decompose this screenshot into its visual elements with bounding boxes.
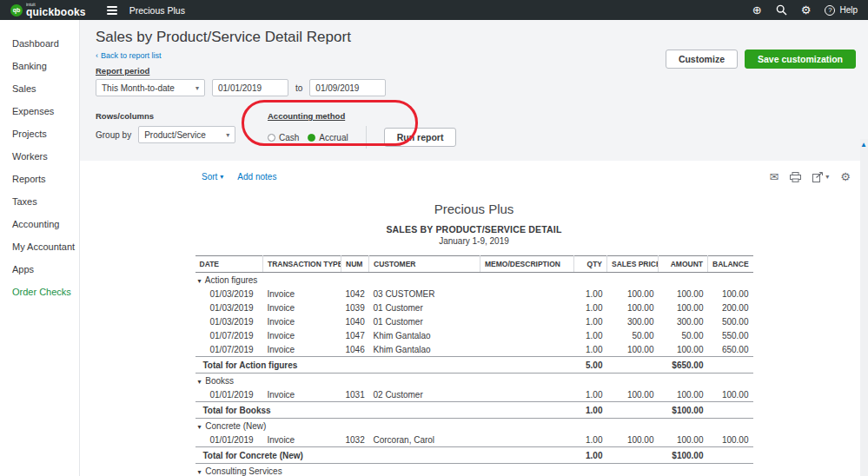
cell-qty[interactable]: 1.00: [574, 387, 607, 402]
cell-sales-price[interactable]: 300.00: [607, 314, 659, 328]
cell-customer[interactable]: 01 Customer: [369, 301, 480, 314]
menu-icon[interactable]: [107, 6, 117, 15]
cell-num[interactable]: 1040: [341, 314, 369, 328]
cell-transaction-type[interactable]: Invoice: [263, 342, 341, 357]
sidebar-item-my-accountant[interactable]: My Accountant: [0, 235, 79, 258]
group-row[interactable]: ▾ Bookss: [195, 374, 753, 388]
cell-num[interactable]: 1047: [341, 328, 369, 342]
cell-date[interactable]: 01/01/2019: [195, 433, 263, 447]
cell-num[interactable]: 1042: [341, 287, 369, 301]
group-row[interactable]: ▾ Concrete (New): [195, 419, 753, 433]
email-icon[interactable]: ✉: [769, 170, 779, 183]
cell-memo-description[interactable]: [480, 328, 574, 342]
cell-memo-description[interactable]: [480, 387, 574, 402]
cell-customer[interactable]: 01 Customer: [369, 314, 480, 328]
scroll-up-arrow[interactable]: ▲: [860, 141, 867, 149]
transaction-row[interactable]: 01/07/2019Invoice1047Khim Gantalao1.0050…: [195, 328, 753, 342]
cell-date[interactable]: 01/03/2019: [195, 301, 263, 314]
cell-sales-price[interactable]: 100.00: [607, 387, 659, 402]
cell-num[interactable]: 1046: [341, 342, 369, 357]
cell-num[interactable]: 1032: [341, 433, 369, 447]
cell-date[interactable]: 01/03/2019: [195, 314, 263, 328]
cell-customer[interactable]: Khim Gantalao: [369, 328, 480, 342]
cell-qty[interactable]: 1.00: [574, 314, 607, 328]
cell-date[interactable]: 01/01/2019: [195, 387, 263, 402]
transaction-row[interactable]: 01/03/2019Invoice103901 Customer1.00100.…: [195, 301, 753, 314]
cell-qty[interactable]: 1.00: [574, 328, 607, 342]
group-row[interactable]: ▾ Consulting Services: [195, 464, 753, 476]
cell-transaction-type[interactable]: Invoice: [263, 387, 341, 402]
date-from-input[interactable]: [212, 79, 288, 96]
transaction-row[interactable]: 01/01/2019Invoice103102 Customer1.00100.…: [195, 387, 753, 402]
cell-num[interactable]: 1039: [341, 301, 369, 314]
cell-balance[interactable]: 100.00: [708, 287, 753, 301]
cell-sales-price[interactable]: 100.00: [607, 433, 659, 447]
sidebar-item-projects[interactable]: Projects: [0, 122, 79, 145]
save-customization-button[interactable]: Save customization: [745, 50, 856, 69]
transaction-row[interactable]: 01/07/2019Invoice1046Khim Gantalao1.0010…: [195, 342, 753, 357]
transaction-row[interactable]: 01/01/2019Invoice1032Corcoran, Carol1.00…: [195, 433, 753, 447]
cell-amount[interactable]: 100.00: [659, 301, 708, 314]
cell-balance[interactable]: 100.00: [708, 433, 753, 447]
cell-amount[interactable]: 100.00: [659, 433, 708, 447]
cell-transaction-type[interactable]: Invoice: [263, 433, 341, 447]
cell-qty[interactable]: 1.00: [574, 301, 607, 314]
cell-balance[interactable]: 550.00: [708, 328, 753, 342]
cell-transaction-type[interactable]: Invoice: [263, 287, 341, 301]
print-icon[interactable]: [790, 172, 801, 182]
sidebar-item-expenses[interactable]: Expenses: [0, 100, 79, 122]
sidebar-item-banking[interactable]: Banking: [0, 55, 79, 77]
sidebar-item-accounting[interactable]: Accounting: [0, 213, 79, 235]
customize-button[interactable]: Customize: [666, 50, 738, 69]
transaction-row[interactable]: 01/03/2019Invoice104001 Customer1.00300.…: [195, 314, 753, 328]
cell-date[interactable]: 01/07/2019: [195, 342, 263, 357]
cell-memo-description[interactable]: [480, 314, 574, 328]
collapse-triangle-icon[interactable]: ▾: [198, 277, 202, 285]
cash-radio[interactable]: Cash: [268, 133, 299, 142]
sidebar-item-workers[interactable]: Workers: [0, 145, 79, 168]
export-icon[interactable]: ▾: [812, 172, 829, 182]
cell-date[interactable]: 01/03/2019: [195, 287, 263, 301]
collapse-triangle-icon[interactable]: ▾: [198, 423, 202, 431]
cell-balance[interactable]: 200.00: [708, 301, 753, 314]
quickbooks-logo[interactable]: qb intuit quickbooks: [10, 3, 86, 17]
cell-balance[interactable]: 650.00: [708, 342, 753, 357]
accrual-radio[interactable]: Accrual: [308, 133, 348, 142]
cell-customer[interactable]: Khim Gantalao: [369, 342, 480, 357]
cell-sales-price[interactable]: 100.00: [607, 287, 659, 301]
scrollbar-track[interactable]: [860, 139, 868, 476]
sidebar-item-apps[interactable]: Apps: [0, 258, 79, 281]
report-settings-gear-icon[interactable]: ⚙: [840, 170, 851, 183]
cell-balance[interactable]: 500.00: [708, 314, 753, 328]
sidebar-item-order-checks[interactable]: Order Checks: [0, 281, 79, 303]
run-report-button[interactable]: Run report: [384, 128, 457, 147]
date-to-input[interactable]: [309, 79, 386, 96]
create-plus-icon[interactable]: ⊕: [752, 4, 762, 16]
cell-amount[interactable]: 100.00: [659, 387, 708, 402]
cell-date[interactable]: 01/07/2019: [195, 328, 263, 342]
cell-sales-price[interactable]: 100.00: [607, 342, 659, 357]
collapse-triangle-icon[interactable]: ▾: [198, 468, 202, 476]
cell-qty[interactable]: 1.00: [574, 287, 607, 301]
search-icon[interactable]: [776, 4, 787, 16]
sidebar-item-taxes[interactable]: Taxes: [0, 190, 79, 213]
cell-amount[interactable]: 100.00: [659, 342, 708, 357]
cell-balance[interactable]: 100.00: [708, 387, 753, 402]
cell-amount[interactable]: 50.00: [659, 328, 708, 342]
cell-qty[interactable]: 1.00: [574, 433, 607, 447]
gear-icon[interactable]: ⚙: [801, 4, 812, 16]
cell-transaction-type[interactable]: Invoice: [263, 314, 341, 328]
group-row[interactable]: ▾ Action figures: [195, 273, 753, 288]
help-button[interactable]: ? Help: [825, 5, 858, 16]
back-to-report-list-link[interactable]: ‹ Back to report list: [96, 51, 162, 60]
cell-num[interactable]: 1031: [341, 387, 369, 402]
collapse-triangle-icon[interactable]: ▾: [198, 378, 202, 386]
cell-memo-description[interactable]: [480, 433, 574, 447]
sidebar-item-dashboard[interactable]: Dashboard: [0, 32, 79, 55]
add-notes-link[interactable]: Add notes: [237, 172, 276, 182]
cell-sales-price[interactable]: 100.00: [607, 301, 659, 314]
cell-amount[interactable]: 300.00: [659, 314, 708, 328]
cell-customer[interactable]: 02 Customer: [369, 387, 480, 402]
sidebar-item-sales[interactable]: Sales: [0, 77, 79, 100]
cell-memo-description[interactable]: [480, 342, 574, 357]
